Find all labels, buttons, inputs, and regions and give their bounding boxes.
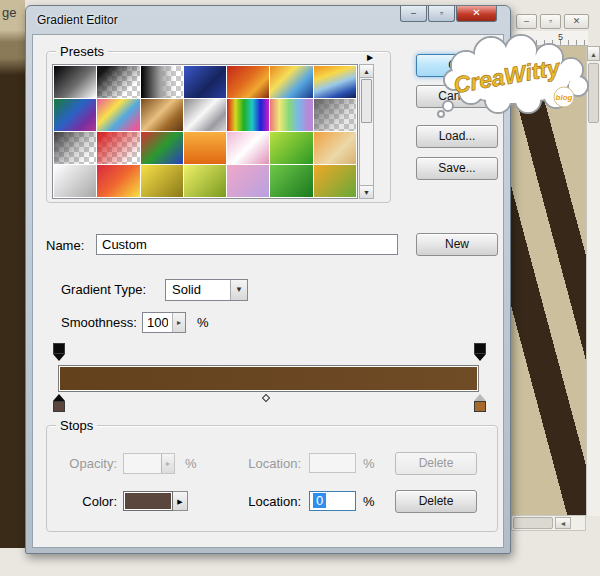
minimize-button[interactable]: – [400,6,427,22]
dialog-title: Gradient Editor [37,13,118,27]
presets-group: Presets ▲ ▼ ▶ [46,51,391,203]
load-button[interactable]: Load... [416,125,498,148]
background-menu-partial-text: ge [2,5,16,20]
new-button[interactable]: New [416,233,498,256]
preset-swatch-24[interactable] [141,165,183,197]
smoothness-arrow-icon[interactable]: ▸ [172,313,185,332]
preset-swatch-3[interactable] [141,66,183,98]
watermark-badge: blog [556,93,573,102]
stops-group: Stops Opacity: ▸ % Location: % Delete Co… [46,425,498,532]
preset-swatch-1[interactable] [54,66,96,98]
opacity-unit: % [185,456,197,471]
presets-scroll-down-icon[interactable]: ▼ [360,185,373,198]
preset-swatch-14[interactable] [314,99,356,131]
presets-scrollbar[interactable]: ▲ ▼ [359,64,374,199]
bg-maximize-button[interactable]: ▫ [540,14,561,29]
preset-swatch-25[interactable] [184,165,226,197]
smoothness-input[interactable]: ▸ [142,312,186,333]
preset-swatch-11[interactable] [184,99,226,131]
opacity-location-input [309,453,356,473]
dialog-client-area: Presets ▲ ▼ ▶ OK Cancel Load... Save... … [32,34,504,548]
preset-swatch-4[interactable] [184,66,226,98]
preset-swatch-6[interactable] [270,66,312,98]
opacity-location-label: Location: [243,456,301,471]
preset-swatch-26[interactable] [227,165,269,197]
preset-swatch-17[interactable] [141,132,183,164]
preset-swatch-19[interactable] [227,132,269,164]
stop-color-swatch[interactable] [123,491,173,511]
color-stop-left[interactable] [52,394,65,412]
preset-swatch-5[interactable] [227,66,269,98]
delete-color-stop-button[interactable]: Delete [395,490,477,513]
preset-swatch-12[interactable] [227,99,269,131]
save-button[interactable]: Save... [416,157,498,180]
preset-swatch-10[interactable] [141,99,183,131]
presets-flyout-menu-icon[interactable]: ▶ [363,52,377,63]
opacity-label: Opacity: [59,456,117,471]
color-stop-left-pointer [53,394,65,401]
name-label: Name: [46,238,84,253]
opacity-stop-right-square [474,343,486,354]
chevron-down-icon[interactable]: ▼ [230,280,247,300]
color-location-input[interactable]: 0 [309,491,356,511]
opacity-location-unit: % [363,456,375,471]
color-location-value: 0 [313,493,326,508]
presets-label: Presets [56,44,108,59]
preset-swatch-23[interactable] [97,165,139,197]
preset-swatch-21[interactable] [314,132,356,164]
opacity-stop-left-square [53,343,65,354]
maximize-button[interactable]: ▫ [428,6,455,22]
name-input[interactable] [96,234,398,255]
preset-swatch-13[interactable] [270,99,312,131]
presets-scrollbar-thumb[interactable] [361,79,372,123]
opacity-input: ▸ [123,453,175,474]
midpoint-marker[interactable] [262,394,270,402]
scroll-left-icon[interactable]: ◄ [555,517,571,529]
background-horizontal-scrollbar[interactable]: ◄ [511,515,586,531]
preset-swatch-22[interactable] [54,165,96,197]
presets-scroll-up-icon[interactable]: ▲ [360,65,373,78]
opacity-arrow-icon: ▸ [161,454,174,473]
background-window-controls: – ▫ ✕ [516,14,589,29]
preset-swatch-15[interactable] [54,132,96,164]
opacity-value [124,454,161,473]
background-canvas-left [0,0,25,548]
gradient-type-label: Gradient Type: [61,282,146,297]
screen: ge – ▫ ✕ 5 ▲ ◄ Gradient Editor – ▫ ✕ Pre… [0,0,600,576]
dialog-window-controls: – ▫ ✕ [400,6,497,22]
color-picker-arrow-icon[interactable]: ▶ [173,491,188,511]
preset-swatch-18[interactable] [184,132,226,164]
color-stop-right-pointer [474,394,486,401]
bg-close-button[interactable]: ✕ [564,14,589,29]
bg-minimize-button[interactable]: – [516,14,537,29]
preset-swatch-20[interactable] [270,132,312,164]
gradient-type-dropdown[interactable]: Solid ▼ [165,279,248,301]
preset-grid [52,64,358,199]
color-location-label: Location: [243,494,301,509]
dialog-titlebar[interactable]: Gradient Editor – ▫ ✕ [26,6,510,34]
preset-swatch-28[interactable] [314,165,356,197]
opacity-stop-right-pointer [474,354,486,361]
preset-swatch-7[interactable] [314,66,356,98]
preset-swatch-2[interactable] [97,66,139,98]
color-stop-left-square [53,401,65,412]
color-stop-right[interactable] [473,394,486,412]
gradient-preview-fill [60,367,477,390]
gradient-preview-bar[interactable] [58,365,479,392]
delete-opacity-stop-button: Delete [395,452,477,475]
watermark-cloud: CreaWitty blog [436,34,590,120]
preset-swatch-27[interactable] [270,165,312,197]
stops-label: Stops [56,418,97,433]
preset-swatch-9[interactable] [97,99,139,131]
preset-swatch-16[interactable] [97,132,139,164]
color-location-unit: % [363,494,375,509]
close-button[interactable]: ✕ [456,6,497,22]
smoothness-value[interactable] [143,313,172,332]
color-stop-right-square [474,401,486,412]
opacity-stop-left[interactable] [52,343,65,361]
horizontal-scrollbar-thumb[interactable] [513,517,553,529]
opacity-stop-right[interactable] [473,343,486,361]
gradient-type-value: Solid [172,282,201,297]
preset-swatch-8[interactable] [54,99,96,131]
smoothness-label: Smoothness: [61,315,137,330]
